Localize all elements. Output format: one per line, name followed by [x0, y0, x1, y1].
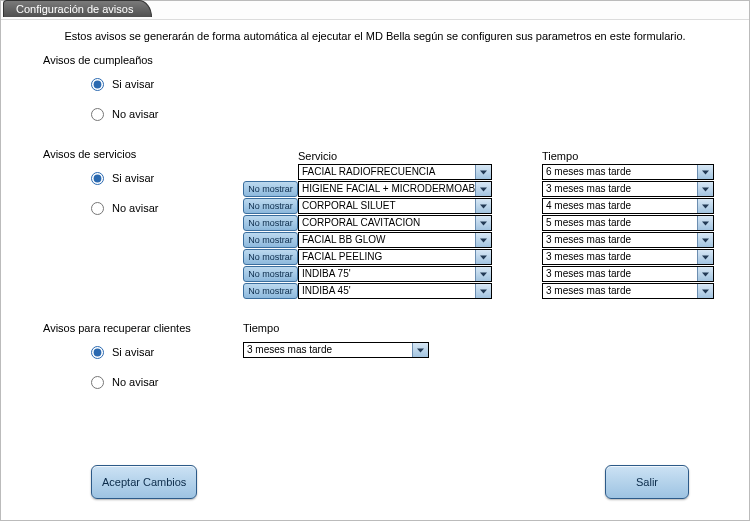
- intro-text: Estos avisos se generarán de forma autom…: [1, 30, 749, 42]
- combo-value: 6 meses mas tarde: [543, 165, 697, 179]
- combo-value: 3 meses mas tarde: [543, 267, 697, 281]
- section-recover: Avisos para recuperar clientes Si avisar…: [43, 322, 749, 394]
- chevron-down-icon[interactable]: [697, 233, 713, 247]
- combo-value: HIGIENE FACIAL + MICRODERMOABRASION: [299, 182, 475, 196]
- combo-value: 4 meses mas tarde: [543, 199, 697, 213]
- tiempo-combo[interactable]: 6 meses mas tarde: [542, 164, 714, 180]
- tiempo-combo[interactable]: 3 meses mas tarde: [542, 232, 714, 248]
- recover-tiempo-header: Tiempo: [243, 320, 429, 336]
- button-row: Aceptar Cambios Salir: [1, 465, 749, 499]
- chevron-down-icon[interactable]: [697, 284, 713, 298]
- no-mostrar-button[interactable]: No mostrar: [243, 198, 298, 214]
- combo-value: INDIBA 45': [299, 284, 475, 298]
- window-title: Configuración de avisos: [3, 0, 152, 17]
- recover-si-avisar[interactable]: Si avisar: [91, 340, 243, 364]
- chevron-down-icon[interactable]: [697, 267, 713, 281]
- chevron-down-icon[interactable]: [697, 250, 713, 264]
- config-avisos-window: Configuración de avisos Estos avisos se …: [0, 0, 750, 521]
- combo-value: INDIBA 75': [299, 267, 475, 281]
- servicio-combo[interactable]: FACIAL BB GLOW: [298, 232, 492, 248]
- no-mostrar-button[interactable]: No mostrar: [243, 215, 298, 231]
- combo-value: CORPORAL SILUET: [299, 199, 475, 213]
- combo-value: FACIAL BB GLOW: [299, 233, 475, 247]
- birthday-no-avisar[interactable]: No avisar: [91, 102, 749, 126]
- servicio-header: Servicio: [298, 148, 492, 164]
- servicio-combo[interactable]: INDIBA 75': [298, 266, 492, 282]
- servicio-combo[interactable]: INDIBA 45': [298, 283, 492, 299]
- tiempo-combo[interactable]: 5 meses mas tarde: [542, 215, 714, 231]
- chevron-down-icon[interactable]: [475, 284, 491, 298]
- birthday-no-radio[interactable]: [91, 108, 104, 121]
- tiempo-combo[interactable]: 4 meses mas tarde: [542, 198, 714, 214]
- combo-value: 3 meses mas tarde: [543, 250, 697, 264]
- tiempo-combo[interactable]: 3 meses mas tarde: [542, 249, 714, 265]
- exit-button[interactable]: Salir: [605, 465, 689, 499]
- tiempo-header: Tiempo: [542, 148, 714, 164]
- no-mostrar-button[interactable]: No mostrar: [243, 266, 298, 282]
- section-birthday-title: Avisos de cumpleaños: [43, 54, 749, 66]
- servicio-combo[interactable]: FACIAL PEELING: [298, 249, 492, 265]
- chevron-down-icon[interactable]: [475, 233, 491, 247]
- combo-value: 5 meses mas tarde: [543, 216, 697, 230]
- tiempo-column: Tiempo 6 meses mas tarde3 meses mas tard…: [542, 148, 714, 300]
- birthday-si-radio[interactable]: [91, 78, 104, 91]
- recover-no-radio[interactable]: [91, 376, 104, 389]
- tiempo-combo[interactable]: 3 meses mas tarde: [542, 181, 714, 197]
- combo-value: 3 meses mas tarde: [244, 343, 412, 357]
- servicio-combo[interactable]: CORPORAL SILUET: [298, 198, 492, 214]
- radio-label: Si avisar: [112, 172, 154, 184]
- combo-value: FACIAL PEELING: [299, 250, 475, 264]
- no-mostrar-button[interactable]: No mostrar: [243, 181, 298, 197]
- radio-label: Si avisar: [112, 346, 154, 358]
- recover-no-avisar[interactable]: No avisar: [91, 370, 243, 394]
- servicio-combo[interactable]: CORPORAL CAVITACION: [298, 215, 492, 231]
- chevron-down-icon[interactable]: [697, 199, 713, 213]
- tiempo-combo[interactable]: 3 meses mas tarde: [542, 266, 714, 282]
- services-si-avisar[interactable]: Si avisar: [91, 166, 243, 190]
- radio-label: No avisar: [112, 108, 158, 120]
- chevron-down-icon[interactable]: [475, 216, 491, 230]
- tiempo-combo[interactable]: 3 meses mas tarde: [542, 283, 714, 299]
- no-mostrar-button[interactable]: No mostrar: [243, 232, 298, 248]
- services-si-radio[interactable]: [91, 172, 104, 185]
- servicio-combo[interactable]: HIGIENE FACIAL + MICRODERMOABRASION: [298, 181, 492, 197]
- radio-label: No avisar: [112, 202, 158, 214]
- birthday-si-avisar[interactable]: Si avisar: [91, 72, 749, 96]
- servicio-column: Servicio FACIAL RADIOFRECUENCIAHIGIENE F…: [298, 148, 492, 300]
- chevron-down-icon[interactable]: [475, 182, 491, 196]
- recover-tiempo-combo[interactable]: 3 meses mas tarde: [243, 342, 429, 358]
- chevron-down-icon[interactable]: [412, 343, 428, 357]
- chevron-down-icon[interactable]: [697, 182, 713, 196]
- chevron-down-icon[interactable]: [475, 267, 491, 281]
- titlebar: Configuración de avisos: [1, 1, 749, 20]
- section-services: Avisos de servicios Si avisar No avisar …: [43, 148, 749, 300]
- chevron-down-icon[interactable]: [475, 250, 491, 264]
- combo-value: 3 meses mas tarde: [543, 284, 697, 298]
- combo-value: CORPORAL CAVITACION: [299, 216, 475, 230]
- no-mostrar-column: No mostrarNo mostrarNo mostrarNo mostrar…: [243, 164, 298, 300]
- radio-label: Si avisar: [112, 78, 154, 90]
- combo-value: 3 meses mas tarde: [543, 233, 697, 247]
- combo-value: FACIAL RADIOFRECUENCIA: [299, 165, 475, 179]
- services-no-avisar[interactable]: No avisar: [91, 196, 243, 220]
- chevron-down-icon[interactable]: [475, 165, 491, 179]
- section-birthday: Avisos de cumpleaños Si avisar No avisar: [43, 54, 749, 126]
- chevron-down-icon[interactable]: [697, 165, 713, 179]
- combo-value: 3 meses mas tarde: [543, 182, 697, 196]
- services-no-radio[interactable]: [91, 202, 104, 215]
- recover-si-radio[interactable]: [91, 346, 104, 359]
- chevron-down-icon[interactable]: [475, 199, 491, 213]
- accept-button[interactable]: Aceptar Cambios: [91, 465, 197, 499]
- servicio-combo[interactable]: FACIAL RADIOFRECUENCIA: [298, 164, 492, 180]
- no-mostrar-button[interactable]: No mostrar: [243, 249, 298, 265]
- chevron-down-icon[interactable]: [697, 216, 713, 230]
- section-services-title: Avisos de servicios: [43, 148, 243, 160]
- section-recover-title: Avisos para recuperar clientes: [43, 322, 243, 334]
- radio-label: No avisar: [112, 376, 158, 388]
- no-mostrar-button[interactable]: No mostrar: [243, 283, 298, 299]
